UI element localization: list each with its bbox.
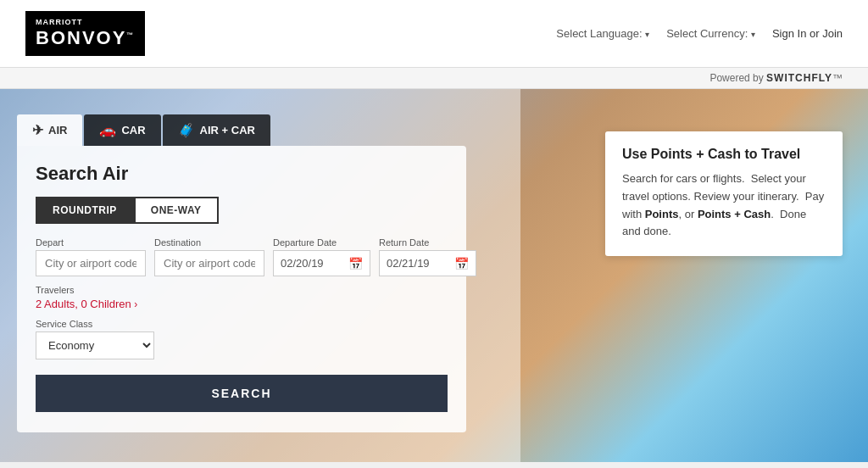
departure-calendar-icon[interactable]: 📅: [342, 252, 370, 276]
search-button[interactable]: SEARCH: [36, 375, 448, 412]
hero-section: ✈ AIR 🚗 CAR 🧳 AIR + CAR Search Air ROUND…: [0, 89, 868, 462]
destination-label: Destination: [154, 237, 264, 248]
logo-marriott: MARRIOTT: [36, 18, 135, 27]
tab-car-label: CAR: [121, 124, 145, 136]
trip-type-selector: ROUNDTRIP ONE-WAY: [36, 197, 448, 224]
tab-air-car-label: AIR + CAR: [200, 124, 255, 136]
return-date-input-wrapper: 📅: [379, 250, 476, 276]
service-class-label: Service Class: [36, 319, 448, 329]
travelers-value: 2 Adults, 0 Children: [36, 298, 131, 310]
depart-group: Depart: [36, 237, 146, 276]
tab-air[interactable]: ✈ AIR: [17, 114, 82, 146]
search-panel: Search Air ROUNDTRIP ONE-WAY Depart Dest…: [17, 146, 466, 432]
logo: MARRIOTT BONVOY™: [25, 11, 145, 56]
return-calendar-icon[interactable]: 📅: [448, 252, 476, 276]
info-box: Use Points + Cash to Travel Search for c…: [605, 131, 843, 256]
currency-arrow: ▾: [751, 30, 755, 39]
roundtrip-button[interactable]: ROUNDTRIP: [36, 197, 134, 224]
search-title: Search Air: [36, 163, 448, 185]
logo-bonvoy: BONVOY™: [36, 27, 135, 49]
tab-car[interactable]: 🚗 CAR: [84, 114, 160, 146]
hero-content: ✈ AIR 🚗 CAR 🧳 AIR + CAR Search Air ROUND…: [0, 89, 483, 462]
main-fields-row: Depart Destination Departure Date 📅 Retu…: [36, 237, 448, 276]
travelers-label: Travelers: [36, 285, 448, 295]
destination-group: Destination: [154, 237, 264, 276]
language-arrow: ▾: [645, 30, 649, 39]
travelers-selector[interactable]: 2 Adults, 0 Children ›: [36, 298, 448, 310]
header: MARRIOTT BONVOY™ Select Language: ▾ Sele…: [0, 0, 868, 68]
depart-label: Depart: [36, 237, 146, 248]
depart-input[interactable]: [36, 250, 146, 276]
tab-air-car[interactable]: 🧳 AIR + CAR: [163, 114, 270, 146]
departure-date-input-wrapper: 📅: [273, 250, 370, 276]
info-text: Search for cars or flights. Select your …: [622, 170, 826, 241]
travelers-row: Travelers 2 Adults, 0 Children ›: [36, 285, 448, 310]
language-selector[interactable]: Select Language: ▾: [556, 27, 649, 40]
travelers-arrow: ›: [134, 298, 137, 310]
destination-input[interactable]: [154, 250, 264, 276]
sub-header: Powered by SWITCHFLY™: [0, 68, 868, 89]
points-cash-link: Points + Cash: [698, 208, 771, 220]
air-icon: ✈: [32, 122, 43, 138]
return-date-group: Return Date 📅: [379, 237, 476, 276]
points-link: Points: [645, 208, 679, 220]
header-nav: Select Language: ▾ Select Currency: ▾ Si…: [556, 27, 843, 40]
oneway-button[interactable]: ONE-WAY: [134, 197, 219, 224]
departure-date-label: Departure Date: [273, 237, 370, 248]
tab-air-label: AIR: [48, 124, 67, 136]
tab-bar: ✈ AIR 🚗 CAR 🧳 AIR + CAR: [0, 89, 483, 146]
car-icon: 🚗: [99, 122, 116, 138]
return-date-label: Return Date: [379, 237, 476, 248]
departure-date-input[interactable]: [274, 251, 342, 276]
currency-selector[interactable]: Select Currency: ▾: [666, 27, 755, 40]
signin-link[interactable]: Sign In or Join: [772, 27, 843, 40]
departure-date-group: Departure Date 📅: [273, 237, 370, 276]
service-class-row: Service Class Economy Business First Cla…: [36, 319, 448, 359]
info-title: Use Points + Cash to Travel: [622, 147, 826, 162]
luggage-icon: 🧳: [178, 122, 195, 138]
return-date-input[interactable]: [380, 251, 448, 276]
service-class-select[interactable]: Economy Business First Class: [36, 332, 154, 359]
